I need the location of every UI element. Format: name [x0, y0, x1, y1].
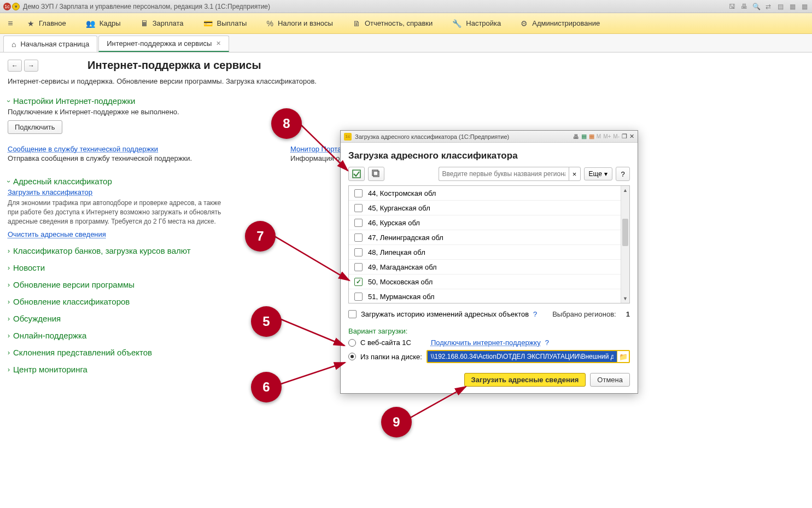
history-checkbox[interactable] — [348, 310, 357, 318]
region-label: 48, Липецкая обл — [368, 248, 425, 256]
page-subtitle: Интернет-сервисы и поддержка. Обновление… — [8, 77, 812, 85]
load-classifier-dialog: 1c Загрузка адресного классификатора (1С… — [340, 130, 638, 394]
region-checkbox[interactable] — [354, 233, 363, 242]
people-icon: 👥 — [86, 19, 95, 28]
region-row[interactable]: 47, Ленинградская обл — [349, 230, 621, 245]
calc2-icon[interactable]: ▤ — [776, 2, 785, 11]
radio-disk[interactable] — [348, 353, 356, 360]
region-label: 50, Московская обл — [368, 278, 433, 286]
search-icon[interactable]: 🔍 — [752, 2, 761, 11]
calendar-orange-icon[interactable]: ▦ — [589, 133, 594, 140]
menu-otchet[interactable]: 🗎Отчетность, справки — [343, 13, 442, 33]
region-search-input[interactable] — [439, 167, 569, 181]
section-title: Настройки Интернет-поддержки — [13, 96, 135, 106]
path-input[interactable] — [428, 351, 617, 362]
nav-forward-button[interactable]: → — [24, 60, 38, 72]
app-title: Демо ЗУП / Зарплата и управление персона… — [23, 3, 270, 10]
support-message-link[interactable]: Сообщение в службу технической поддержки — [8, 145, 192, 153]
app-1c-icon: 1c — [3, 3, 11, 10]
region-checkbox[interactable] — [354, 219, 363, 227]
calendar-green-icon[interactable]: ▦ — [788, 2, 797, 11]
region-label: 51, Мурманская обл — [368, 293, 435, 301]
scroll-down-icon[interactable]: ▼ — [621, 294, 629, 303]
chevron-right-icon: › — [8, 315, 10, 323]
print-icon[interactable]: 🖶 — [740, 2, 749, 11]
page-title: Интернет-поддержка и сервисы — [87, 59, 261, 72]
cancel-button[interactable]: Отмена — [590, 373, 630, 387]
region-checkbox[interactable] — [354, 248, 363, 256]
chevron-down-icon: › — [5, 100, 13, 102]
section-title: Склонения представлений объектов — [13, 348, 152, 357]
app-titlebar: 1c ▾ Демо ЗУП / Зарплата и управление пе… — [0, 0, 812, 13]
m-plus-icon[interactable]: M+ — [603, 133, 611, 139]
menu-zarplata[interactable]: 🖩Зарплата — [131, 13, 194, 33]
section-title: Адресный классификатор — [13, 177, 112, 186]
region-row[interactable]: 51, Мурманская обл — [349, 289, 621, 303]
scrollbar[interactable]: ▲ ▼ — [621, 186, 629, 303]
region-row[interactable]: 49, Магаданская обл — [349, 260, 621, 275]
region-checkbox[interactable] — [354, 293, 363, 301]
radio-web-label: С веб-сайта 1С — [360, 338, 411, 347]
region-label: 47, Ленинградская обл — [368, 233, 443, 242]
tab-internet-support[interactable]: Интернет-поддержка и сервисы ✕ — [98, 36, 229, 52]
dialog-heading: Загрузка адресного классификатора — [348, 150, 630, 161]
m-minus-icon[interactable]: M- — [613, 133, 620, 139]
region-list: 44, Костромская обл45, Курганская обл46,… — [348, 185, 630, 303]
uncheck-all-button[interactable] — [368, 167, 384, 181]
menu-nalogi[interactable]: %Налоги и взносы — [256, 13, 343, 33]
region-row[interactable]: 50, Московская обл — [349, 275, 621, 289]
nav-back-button[interactable]: ← — [8, 60, 22, 72]
menu-admin[interactable]: ⚙Администрирование — [511, 13, 610, 33]
section-title: Обновление версии программы — [13, 280, 135, 289]
home-icon: ⌂ — [11, 40, 16, 49]
help-button[interactable]: ? — [616, 167, 630, 181]
calendar-green-icon[interactable]: ▦ — [581, 133, 587, 140]
scroll-thumb[interactable] — [622, 219, 628, 246]
tab-label: Начальная страница — [20, 40, 89, 48]
marker-8: 8 — [271, 108, 302, 139]
window-restore-icon[interactable]: ❐ — [622, 133, 627, 140]
burger-icon[interactable]: ≡ — [3, 19, 17, 28]
dialog-titlebar[interactable]: 1c Загрузка адресного классификатора (1С… — [341, 131, 638, 143]
menu-nastroyka[interactable]: 🔧Настройка — [442, 13, 511, 33]
region-row[interactable]: 46, Курская обл — [349, 215, 621, 230]
close-icon[interactable]: ✕ — [216, 40, 221, 47]
radio-web[interactable] — [348, 339, 356, 347]
m-icon[interactable]: M — [597, 133, 601, 139]
marker-9: 9 — [381, 407, 412, 437]
marker-5: 5 — [251, 306, 282, 337]
region-row[interactable]: 45, Курганская обл — [349, 201, 621, 215]
tab-home[interactable]: ⌂ Начальная страница — [3, 36, 97, 52]
menu-vyplaty[interactable]: 💳Выплаты — [194, 13, 257, 33]
more-button[interactable]: Еще▾ — [584, 167, 612, 180]
chevron-right-icon: › — [8, 366, 10, 373]
load-button[interactable]: Загрузить адресные сведения — [464, 373, 586, 387]
link-icon[interactable]: ⇄ — [764, 2, 773, 11]
browse-button[interactable]: 📁 — [617, 351, 629, 362]
menu-main[interactable]: ★Главное — [17, 13, 76, 33]
app-dropdown-icon[interactable]: ▾ — [12, 3, 20, 10]
check-all-button[interactable] — [348, 167, 365, 181]
region-row[interactable]: 48, Липецкая обл — [349, 245, 621, 260]
region-checkbox[interactable] — [354, 278, 363, 286]
save-icon[interactable]: 🖫 — [728, 2, 737, 11]
help-link[interactable]: ? — [533, 310, 537, 318]
close-icon[interactable]: ✕ — [629, 133, 634, 140]
print-icon[interactable]: 🖶 — [573, 133, 579, 140]
clear-search-button[interactable]: × — [569, 167, 581, 181]
scroll-up-icon[interactable]: ▲ — [621, 186, 629, 195]
region-checkbox[interactable] — [354, 204, 363, 212]
help-link[interactable]: ? — [545, 338, 549, 347]
chevron-right-icon: › — [8, 298, 10, 306]
document-tabs: ⌂ Начальная страница Интернет-поддержка … — [0, 34, 812, 52]
region-row[interactable]: 44, Костромская обл — [349, 186, 621, 201]
region-checkbox[interactable] — [354, 189, 363, 197]
connect-support-link[interactable]: Подключить интернет-поддержку — [431, 338, 541, 347]
menu-kadry[interactable]: 👥Кадры — [76, 13, 131, 33]
section-internet-support[interactable]: › Настройки Интернет-поддержки — [8, 96, 812, 106]
calendar-orange-icon[interactable]: ▦ — [800, 2, 809, 11]
support-note: Подключение к Интернет-поддержке не выпо… — [8, 108, 812, 116]
radio-disk-label: Из папки на диске: — [360, 353, 422, 361]
connect-button[interactable]: Подключить — [8, 120, 62, 134]
region-checkbox[interactable] — [354, 263, 363, 271]
